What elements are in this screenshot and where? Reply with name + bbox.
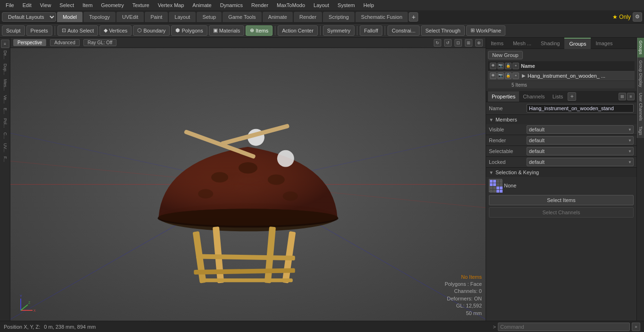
sidebar-label-f[interactable]: F... — [3, 154, 8, 164]
selectable-select[interactable]: default off on — [527, 147, 634, 155]
tab-setup[interactable]: Setup — [197, 12, 222, 22]
sel-keying-label: Selection & Keying — [495, 170, 539, 175]
vertices-button[interactable]: ◆ Vertices — [99, 25, 132, 36]
group-list-item[interactable]: 👁 📷 🔒 + ▶ Hang_instrument_on_wooden_ ... — [488, 71, 635, 81]
viewport-icon-undo[interactable]: ↺ — [444, 39, 452, 47]
sidebar-label-em[interactable]: E... — [3, 106, 8, 116]
vtab-user-channels[interactable]: User Channels — [637, 90, 644, 124]
sidebar-label-de[interactable]: De... — [3, 49, 8, 61]
sidebar-toggle[interactable]: ≡ — [1, 40, 9, 48]
menu-maxtomodo[interactable]: MaxToModo — [273, 1, 309, 9]
group-icon-lock[interactable]: 🔒 — [505, 73, 512, 79]
group-expand-arrow[interactable]: ▶ — [521, 73, 527, 79]
visible-select[interactable]: default off on — [527, 125, 634, 134]
tab-schematic-fusion[interactable]: Schematic Fusion — [355, 12, 408, 22]
presets-button[interactable]: Presets — [26, 25, 52, 36]
group-icon-visible[interactable]: 👁 — [490, 73, 496, 79]
members-section-header[interactable]: ▼ Members — [486, 115, 636, 124]
tab-animate[interactable]: Animate — [263, 12, 293, 22]
prop-tab-channels[interactable]: Channels — [519, 91, 548, 102]
menu-edit[interactable]: Edit — [19, 1, 35, 9]
vertices-icon: ◆ — [104, 27, 107, 33]
command-input[interactable] — [498, 323, 630, 331]
polygons-button[interactable]: ⬢ Polygons — [171, 25, 207, 36]
tab-layout[interactable]: Layout — [169, 12, 196, 22]
action-center-button[interactable]: Action Center — [278, 25, 318, 36]
prop-tab-add-button[interactable]: + — [568, 92, 576, 101]
sidebar-label-pol[interactable]: Pol... — [3, 116, 8, 130]
prop-tab-properties[interactable]: Properties — [488, 91, 519, 102]
prop-name-input[interactable] — [527, 104, 634, 113]
menu-dynamics[interactable]: Dynamics — [216, 1, 247, 9]
menu-select[interactable]: Select — [56, 1, 78, 9]
viewport-icon-frame[interactable]: ⊡ — [454, 39, 462, 47]
tab-game-tools[interactable]: Game Tools — [223, 12, 262, 22]
group-icon-plus[interactable]: + — [512, 73, 519, 79]
prop-tab-lists[interactable]: Lists — [549, 91, 567, 102]
tab-render[interactable]: Render — [294, 12, 322, 22]
vtab-tags[interactable]: Tags — [637, 123, 644, 138]
add-tab-button[interactable]: + — [409, 12, 418, 22]
layout-gear-button[interactable]: ⚙ — [633, 12, 642, 22]
materials-button[interactable]: ▣ Materials — [209, 25, 245, 36]
new-group-button[interactable]: New Group — [488, 51, 523, 59]
right-tab-mesh[interactable]: Mesh ... — [508, 38, 536, 49]
locked-select[interactable]: default off on — [527, 158, 634, 166]
sidebar-label-uv[interactable]: UV... — [3, 141, 8, 154]
menu-animate[interactable]: Animate — [189, 1, 215, 9]
polygons-icon: ⬢ — [175, 27, 180, 33]
render-select[interactable]: default off on — [527, 136, 634, 145]
viewport-canvas[interactable]: No Items Polygons : Face Channels: 0 Def… — [10, 48, 486, 321]
tab-topology[interactable]: Topology — [83, 12, 116, 22]
svg-point-25 — [277, 150, 294, 167]
viewport-icon-grid[interactable]: ⊞ — [465, 39, 472, 47]
auto-select-button[interactable]: ⊡ Auto Select — [58, 25, 98, 36]
menu-layout[interactable]: Layout — [310, 1, 333, 9]
menu-item[interactable]: Item — [79, 1, 96, 9]
menu-vertex-map[interactable]: Vertex Map — [154, 1, 188, 9]
constrain-button[interactable]: Constrai... — [388, 25, 420, 36]
menu-texture[interactable]: Texture — [129, 1, 153, 9]
viewport-tab-perspective[interactable]: Perspective — [13, 39, 46, 46]
tab-paint[interactable]: Paint — [145, 12, 168, 22]
right-tab-items[interactable]: Items — [486, 38, 508, 49]
right-tab-groups[interactable]: Groups — [564, 38, 591, 49]
vtab-groups[interactable]: Groups — [637, 38, 644, 57]
sidebar-label-ve[interactable]: Ve... — [3, 93, 8, 105]
command-expand-button[interactable]: » — [632, 323, 640, 331]
menu-geometry[interactable]: Geometry — [97, 1, 127, 9]
sculpt-button[interactable]: Sculpt — [2, 25, 25, 36]
right-tab-images[interactable]: Images — [591, 38, 617, 49]
select-channels-button[interactable]: Select Channels — [489, 207, 634, 218]
falloff-button[interactable]: Falloff — [360, 25, 382, 36]
menu-view[interactable]: View — [36, 1, 55, 9]
menu-file[interactable]: File — [2, 1, 18, 9]
symmetry-button[interactable]: Symmetry — [323, 25, 355, 36]
select-through-button[interactable]: Select Through — [421, 25, 464, 36]
sel-keying-section-header[interactable]: ▼ Selection & Keying — [486, 168, 636, 177]
layout-dropdown[interactable]: Default Layouts — [2, 12, 56, 22]
vtab-group-display[interactable]: Group Display — [637, 57, 644, 90]
prop-tab-icon-menu[interactable]: ≡ — [627, 93, 635, 100]
right-tab-shading[interactable]: Shading — [536, 38, 564, 49]
items-button[interactable]: ⊕ Items — [246, 25, 272, 36]
prop-tab-icon-expand[interactable]: ⊞ — [619, 93, 626, 100]
viewport-tab-advanced[interactable]: Advanced — [50, 39, 79, 46]
tab-scripting[interactable]: Scripting — [323, 12, 355, 22]
viewport-icon-rotate[interactable]: ↻ — [434, 39, 441, 47]
sidebar-label-c[interactable]: C... — [3, 130, 8, 141]
menu-help[interactable]: Help — [360, 1, 378, 9]
tab-uvedit[interactable]: UVEdit — [116, 12, 144, 22]
group-icon-render[interactable]: 📷 — [497, 73, 504, 79]
workplane-button[interactable]: ⊞ WorkPlane — [466, 25, 506, 36]
tab-model[interactable]: Model — [57, 12, 83, 22]
viewport-tab-raygl[interactable]: Ray GL: Off — [83, 39, 117, 46]
sidebar-label-mes[interactable]: Mes... — [3, 77, 8, 93]
select-items-button[interactable]: Select Items — [489, 195, 634, 205]
viewport-icon-expand[interactable]: ⊕ — [475, 39, 483, 47]
toolbar-separator-3 — [320, 26, 321, 35]
menu-render[interactable]: Render — [248, 1, 272, 9]
sidebar-label-dup[interactable]: Dup... — [3, 62, 8, 77]
boundary-button[interactable]: ⬡ Boundary — [133, 25, 170, 36]
menu-system[interactable]: System — [334, 1, 359, 9]
